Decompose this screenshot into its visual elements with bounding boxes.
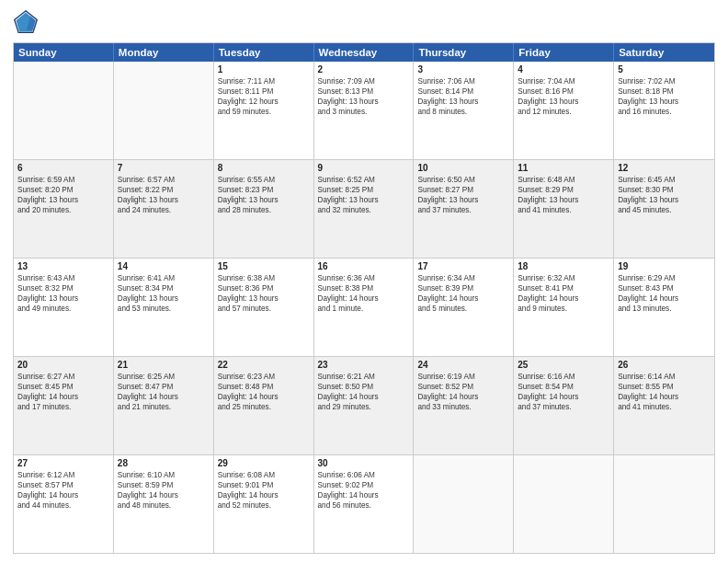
- cell-content: Sunrise: 6:14 AMSunset: 8:55 PMDaylight:…: [618, 372, 711, 412]
- calendar-cell-empty: [514, 455, 614, 553]
- day-number: 19: [618, 261, 711, 271]
- calendar-cell-23: 23Sunrise: 6:21 AMSunset: 8:50 PMDayligh…: [314, 357, 415, 454]
- cell-content: Sunrise: 6:52 AMSunset: 8:25 PMDaylight:…: [318, 175, 410, 215]
- cell-content: Sunrise: 6:25 AMSunset: 8:47 PMDaylight:…: [118, 372, 210, 412]
- calendar: SundayMondayTuesdayWednesdayThursdayFrid…: [13, 42, 715, 554]
- day-number: 20: [17, 360, 109, 370]
- calendar-header-row: SundayMondayTuesdayWednesdayThursdayFrid…: [14, 43, 714, 62]
- calendar-cell-empty: [114, 62, 214, 159]
- cell-content: Sunrise: 7:09 AMSunset: 8:13 PMDaylight:…: [318, 76, 410, 117]
- weekday-header-tuesday: Tuesday: [214, 43, 314, 62]
- weekday-header-saturday: Saturday: [614, 43, 714, 62]
- day-number: 9: [318, 163, 410, 173]
- day-number: 24: [417, 360, 509, 370]
- calendar-cell-3: 3Sunrise: 7:06 AMSunset: 8:14 PMDaylight…: [414, 62, 514, 159]
- day-number: 27: [17, 458, 109, 468]
- calendar-cell-16: 16Sunrise: 6:36 AMSunset: 8:38 PMDayligh…: [314, 259, 415, 356]
- cell-content: Sunrise: 6:23 AMSunset: 8:48 PMDaylight:…: [218, 372, 310, 412]
- day-number: 10: [417, 163, 509, 173]
- calendar-cell-8: 8Sunrise: 6:55 AMSunset: 8:23 PMDaylight…: [214, 160, 314, 258]
- calendar-cell-6: 6Sunrise: 6:59 AMSunset: 8:20 PMDaylight…: [14, 160, 114, 258]
- cell-content: Sunrise: 6:21 AMSunset: 8:50 PMDaylight:…: [318, 372, 410, 412]
- day-number: 4: [518, 64, 609, 75]
- day-number: 3: [417, 64, 509, 75]
- calendar-cell-empty: [14, 62, 114, 159]
- calendar-cell-25: 25Sunrise: 6:16 AMSunset: 8:54 PMDayligh…: [514, 357, 614, 454]
- calendar-row-0: 1Sunrise: 7:11 AMSunset: 8:11 PMDaylight…: [14, 62, 714, 159]
- day-number: 2: [318, 64, 410, 75]
- calendar-cell-14: 14Sunrise: 6:41 AMSunset: 8:34 PMDayligh…: [114, 259, 214, 356]
- page: SundayMondayTuesdayWednesdayThursdayFrid…: [0, 0, 728, 563]
- cell-content: Sunrise: 6:38 AMSunset: 8:36 PMDaylight:…: [218, 273, 310, 314]
- calendar-cell-4: 4Sunrise: 7:04 AMSunset: 8:16 PMDaylight…: [514, 62, 614, 159]
- calendar-cell-20: 20Sunrise: 6:27 AMSunset: 8:45 PMDayligh…: [14, 357, 114, 454]
- cell-content: Sunrise: 6:43 AMSunset: 8:32 PMDaylight:…: [17, 273, 109, 314]
- cell-content: Sunrise: 6:48 AMSunset: 8:29 PMDaylight:…: [518, 175, 609, 215]
- logo-icon: [13, 9, 39, 35]
- calendar-cell-17: 17Sunrise: 6:34 AMSunset: 8:39 PMDayligh…: [414, 259, 514, 356]
- day-number: 30: [318, 458, 410, 468]
- day-number: 13: [17, 261, 109, 271]
- cell-content: Sunrise: 6:32 AMSunset: 8:41 PMDaylight:…: [518, 273, 609, 314]
- cell-content: Sunrise: 7:02 AMSunset: 8:18 PMDaylight:…: [618, 76, 711, 117]
- calendar-row-3: 20Sunrise: 6:27 AMSunset: 8:45 PMDayligh…: [14, 356, 714, 454]
- cell-content: Sunrise: 6:27 AMSunset: 8:45 PMDaylight:…: [17, 372, 109, 412]
- logo: [13, 9, 42, 35]
- calendar-cell-26: 26Sunrise: 6:14 AMSunset: 8:55 PMDayligh…: [614, 357, 714, 454]
- cell-content: Sunrise: 7:06 AMSunset: 8:14 PMDaylight:…: [417, 76, 509, 117]
- calendar-cell-11: 11Sunrise: 6:48 AMSunset: 8:29 PMDayligh…: [514, 160, 614, 258]
- day-number: 17: [417, 261, 509, 271]
- day-number: 25: [518, 360, 609, 370]
- cell-content: Sunrise: 6:57 AMSunset: 8:22 PMDaylight:…: [118, 175, 210, 215]
- weekday-header-wednesday: Wednesday: [314, 43, 415, 62]
- day-number: 18: [518, 261, 609, 271]
- cell-content: Sunrise: 6:36 AMSunset: 8:38 PMDaylight:…: [318, 273, 410, 314]
- cell-content: Sunrise: 6:06 AMSunset: 9:02 PMDaylight:…: [318, 470, 410, 511]
- calendar-cell-28: 28Sunrise: 6:10 AMSunset: 8:59 PMDayligh…: [114, 455, 214, 553]
- cell-content: Sunrise: 6:59 AMSunset: 8:20 PMDaylight:…: [17, 175, 109, 215]
- day-number: 12: [618, 163, 711, 173]
- day-number: 29: [218, 458, 310, 468]
- day-number: 8: [218, 163, 310, 173]
- calendar-cell-18: 18Sunrise: 6:32 AMSunset: 8:41 PMDayligh…: [514, 259, 614, 356]
- calendar-cell-30: 30Sunrise: 6:06 AMSunset: 9:02 PMDayligh…: [314, 455, 415, 553]
- calendar-cell-24: 24Sunrise: 6:19 AMSunset: 8:52 PMDayligh…: [414, 357, 514, 454]
- day-number: 7: [118, 163, 210, 173]
- cell-content: Sunrise: 6:10 AMSunset: 8:59 PMDaylight:…: [118, 470, 210, 511]
- day-number: 1: [218, 64, 310, 75]
- calendar-cell-29: 29Sunrise: 6:08 AMSunset: 9:01 PMDayligh…: [214, 455, 314, 553]
- calendar-cell-15: 15Sunrise: 6:38 AMSunset: 8:36 PMDayligh…: [214, 259, 314, 356]
- day-number: 16: [318, 261, 410, 271]
- calendar-cell-empty: [614, 455, 714, 553]
- cell-content: Sunrise: 6:55 AMSunset: 8:23 PMDaylight:…: [218, 175, 310, 215]
- calendar-row-1: 6Sunrise: 6:59 AMSunset: 8:20 PMDaylight…: [14, 159, 714, 258]
- day-number: 26: [618, 360, 711, 370]
- weekday-header-monday: Monday: [114, 43, 214, 62]
- calendar-row-2: 13Sunrise: 6:43 AMSunset: 8:32 PMDayligh…: [14, 258, 714, 356]
- calendar-body: 1Sunrise: 7:11 AMSunset: 8:11 PMDaylight…: [14, 62, 714, 553]
- cell-content: Sunrise: 6:41 AMSunset: 8:34 PMDaylight:…: [118, 273, 210, 314]
- calendar-cell-10: 10Sunrise: 6:50 AMSunset: 8:27 PMDayligh…: [414, 160, 514, 258]
- calendar-cell-empty: [414, 455, 514, 553]
- weekday-header-thursday: Thursday: [414, 43, 514, 62]
- calendar-cell-19: 19Sunrise: 6:29 AMSunset: 8:43 PMDayligh…: [614, 259, 714, 356]
- cell-content: Sunrise: 7:11 AMSunset: 8:11 PMDaylight:…: [218, 76, 310, 117]
- calendar-cell-5: 5Sunrise: 7:02 AMSunset: 8:18 PMDaylight…: [614, 62, 714, 159]
- header: [13, 9, 715, 35]
- weekday-header-friday: Friday: [514, 43, 614, 62]
- day-number: 11: [518, 163, 609, 173]
- cell-content: Sunrise: 6:08 AMSunset: 9:01 PMDaylight:…: [218, 470, 310, 511]
- calendar-cell-21: 21Sunrise: 6:25 AMSunset: 8:47 PMDayligh…: [114, 357, 214, 454]
- day-number: 21: [118, 360, 210, 370]
- calendar-row-4: 27Sunrise: 6:12 AMSunset: 8:57 PMDayligh…: [14, 454, 714, 553]
- calendar-cell-9: 9Sunrise: 6:52 AMSunset: 8:25 PMDaylight…: [314, 160, 415, 258]
- calendar-cell-12: 12Sunrise: 6:45 AMSunset: 8:30 PMDayligh…: [614, 160, 714, 258]
- calendar-cell-22: 22Sunrise: 6:23 AMSunset: 8:48 PMDayligh…: [214, 357, 314, 454]
- day-number: 14: [118, 261, 210, 271]
- cell-content: Sunrise: 6:16 AMSunset: 8:54 PMDaylight:…: [518, 372, 609, 412]
- cell-content: Sunrise: 6:34 AMSunset: 8:39 PMDaylight:…: [417, 273, 509, 314]
- day-number: 15: [218, 261, 310, 271]
- day-number: 6: [17, 163, 109, 173]
- calendar-cell-27: 27Sunrise: 6:12 AMSunset: 8:57 PMDayligh…: [14, 455, 114, 553]
- calendar-cell-1: 1Sunrise: 7:11 AMSunset: 8:11 PMDaylight…: [214, 62, 314, 159]
